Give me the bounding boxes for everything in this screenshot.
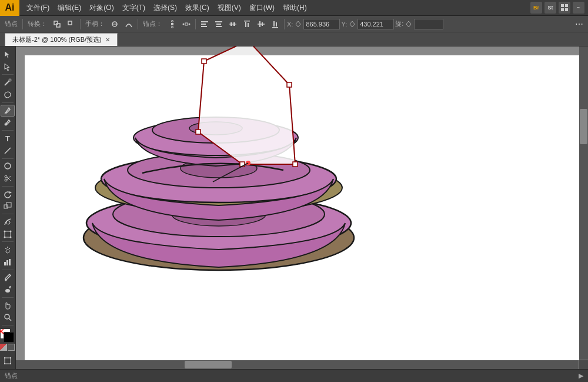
signal-icon[interactable]: ~ xyxy=(573,2,584,14)
svg-point-35 xyxy=(5,163,11,169)
tool-sep2 xyxy=(2,102,14,103)
rotate-tool[interactable] xyxy=(1,188,15,200)
svg-point-36 xyxy=(5,175,7,178)
horizontal-scrollbar-thumb[interactable] xyxy=(185,361,232,368)
main-area: T xyxy=(0,46,588,369)
document-canvas[interactable] xyxy=(25,55,579,360)
handle-btn2[interactable] xyxy=(122,18,135,31)
svg-point-42 xyxy=(6,221,10,224)
zoom-tool[interactable] xyxy=(1,311,15,323)
stock-icon[interactable]: St xyxy=(544,2,556,14)
free-transform-tool[interactable] xyxy=(1,228,15,240)
menu-effect[interactable]: 效果(C) xyxy=(182,2,213,14)
svg-rect-15 xyxy=(215,21,222,22)
align-bottom-btn[interactable] xyxy=(269,18,282,31)
align-top-btn[interactable] xyxy=(240,18,253,31)
direct-select-tool[interactable] xyxy=(1,61,15,73)
svg-point-49 xyxy=(5,248,6,249)
align-center-btn[interactable] xyxy=(212,18,225,31)
anchor-point[interactable] xyxy=(287,82,292,87)
artboard-tool[interactable] xyxy=(1,355,15,367)
symbol-spray-tool[interactable] xyxy=(1,244,15,255)
color-fill-icon[interactable] xyxy=(8,344,15,351)
align-middle-btn[interactable] xyxy=(255,18,268,31)
svg-rect-62 xyxy=(4,357,5,358)
anchor-label: 锚点 xyxy=(2,19,20,28)
svg-rect-17 xyxy=(216,26,222,27)
sep1 xyxy=(22,19,23,29)
svg-rect-26 xyxy=(262,22,263,26)
svg-rect-6 xyxy=(171,23,173,25)
horizontal-scrollbar[interactable] xyxy=(16,360,579,369)
type-tool[interactable]: T xyxy=(1,132,15,144)
blob-brush-tool[interactable] xyxy=(1,284,15,295)
status-separator: ▶ xyxy=(579,372,583,380)
svg-rect-2 xyxy=(561,8,564,11)
tool-sep3 xyxy=(2,130,14,131)
svg-rect-43 xyxy=(5,231,11,237)
x-input[interactable] xyxy=(303,19,340,29)
app-logo: Ai xyxy=(0,0,19,16)
magic-wand-tool[interactable] xyxy=(1,77,15,88)
hand-tool[interactable] xyxy=(1,300,15,311)
svg-point-31 xyxy=(9,79,11,81)
anchor-btn2[interactable] xyxy=(180,18,193,31)
bridge-icon[interactable]: Br xyxy=(530,2,542,14)
color-swatches[interactable] xyxy=(0,328,15,341)
paintbrush-tool[interactable] xyxy=(1,271,15,283)
svg-rect-0 xyxy=(561,4,564,7)
svg-point-55 xyxy=(5,280,7,281)
svg-line-34 xyxy=(5,148,11,154)
menu-type[interactable]: 文字(T) xyxy=(119,2,149,14)
menu-select[interactable]: 选择(S) xyxy=(150,2,181,14)
menu-view[interactable]: 视图(V) xyxy=(214,2,245,14)
select-tool[interactable] xyxy=(1,49,15,61)
sep4 xyxy=(195,19,196,29)
anchor-point[interactable] xyxy=(293,162,298,167)
scissors-tool[interactable] xyxy=(1,172,15,184)
svg-point-45 xyxy=(10,230,12,232)
menu-help[interactable]: 帮助(H) xyxy=(279,2,310,14)
pen-modify-tool[interactable] xyxy=(1,117,15,129)
align-left-btn[interactable] xyxy=(198,18,211,31)
handle-btn1[interactable] xyxy=(108,18,121,31)
y-input[interactable] xyxy=(358,19,394,29)
angle-input[interactable] xyxy=(414,19,443,29)
document-tab[interactable]: 未标题-2* @ 100% (RGB/预选) ✕ xyxy=(5,33,118,46)
transform-btn2[interactable] xyxy=(65,18,78,31)
gradient-icon[interactable] xyxy=(0,344,7,351)
lasso-tool[interactable] xyxy=(1,89,15,101)
none-indicator xyxy=(0,327,4,332)
svg-rect-65 xyxy=(10,363,11,364)
anchor-btn1[interactable] xyxy=(166,18,179,31)
svg-rect-9 xyxy=(185,23,188,25)
warp-tool[interactable] xyxy=(1,216,15,228)
column-chart-tool[interactable] xyxy=(1,256,15,268)
y-label: Y: xyxy=(341,21,347,28)
distribute-btn[interactable] xyxy=(226,18,239,31)
menu-object[interactable]: 对象(O) xyxy=(86,2,117,14)
anchor-point[interactable] xyxy=(196,129,201,134)
menu-window[interactable]: 窗口(W) xyxy=(246,2,278,14)
y-coord: Y: xyxy=(341,19,394,29)
vertical-scrollbar-thumb[interactable] xyxy=(580,109,587,144)
anchor-point[interactable] xyxy=(202,59,206,64)
svg-point-57 xyxy=(5,314,9,319)
handle-label: 手柄： xyxy=(83,19,107,28)
vertical-scrollbar[interactable] xyxy=(579,46,588,360)
svg-rect-13 xyxy=(201,24,206,25)
transform-btn1[interactable] xyxy=(51,18,64,31)
menu-bar: Ai 文件(F) 编辑(E) 对象(O) 文字(T) 选择(S) 效果(C) 视… xyxy=(0,0,588,16)
svg-point-11 xyxy=(189,23,191,25)
line-tool[interactable] xyxy=(1,145,15,157)
scale-tool[interactable] xyxy=(1,200,15,212)
menu-file[interactable]: 文件(F) xyxy=(23,2,53,14)
grid-icon[interactable] xyxy=(559,2,570,14)
x-label: X: xyxy=(287,21,293,28)
menu-edit[interactable]: 编辑(E) xyxy=(54,2,85,14)
more-options-btn[interactable]: ⋯ xyxy=(573,18,586,31)
pen-tool[interactable] xyxy=(1,105,15,117)
tab-close-button[interactable]: ✕ xyxy=(105,36,110,43)
ellipse-tool[interactable] xyxy=(1,160,15,172)
svg-point-56 xyxy=(5,289,10,293)
